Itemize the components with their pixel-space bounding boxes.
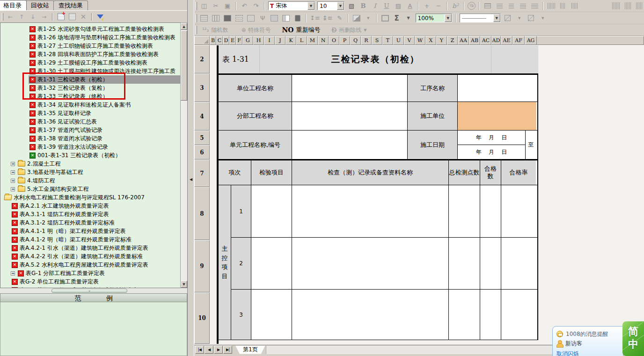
row-spacing-increase-icon[interactable]: ↕≡ — [310, 14, 320, 23]
tree-item[interactable]: ✕表1-29 土工膜铺设工序施工质量验收检测表 — [0, 58, 180, 67]
column-header-B[interactable]: B — [210, 36, 216, 45]
empty-data-cell[interactable] — [480, 290, 501, 340]
tree-item[interactable]: ✕表A.3.1-1 堤防工程外观质量评定表 — [0, 210, 180, 218]
chevron-down-icon[interactable]: ▼ — [515, 14, 524, 23]
tree-item[interactable]: ✕表1-34 见证取样和送检见证人备案书 — [0, 101, 180, 109]
tree-item[interactable]: ✕表1-27 土工织物铺设工序施工质量验收检测表 — [0, 42, 180, 50]
form-title-cell[interactable]: 三检记录表（初检） — [260, 45, 491, 73]
visitor-label[interactable]: 新访客 — [565, 340, 582, 348]
item-number-cell[interactable]: 3 — [231, 290, 251, 340]
redo-icon[interactable]: ↷ — [251, 1, 261, 11]
ruler-icon[interactable] — [611, 1, 621, 11]
empty-data-cell[interactable] — [501, 185, 536, 237]
empty-data-cell[interactable] — [501, 238, 536, 289]
column-header-S[interactable]: S — [372, 36, 382, 45]
tree-item[interactable]: +✕表G-1 分部工程施工质量评定表 — [0, 269, 180, 277]
align-center-icon[interactable] — [506, 1, 516, 11]
column-header-L[interactable]: L — [296, 36, 307, 45]
column-header-AC[interactable]: AC — [480, 36, 491, 45]
vertical-text-right-icon[interactable] — [570, 1, 579, 11]
tree-item[interactable]: ✕表A.4.2-2 引水（渠道）建筑物工程外观质量标准 — [0, 252, 180, 261]
tree-item[interactable]: ✕表1-39 管道注水法试验记录 — [0, 143, 180, 151]
paste-icon[interactable]: ▣ — [223, 1, 232, 11]
tree-item[interactable]: ✕表1-33 三检记录表（终检） — [0, 92, 180, 101]
tree-item[interactable]: ✕表1-25 水泥砂浆勾缝单元工程施工质量验收检测表 — [0, 25, 180, 33]
chevron-down-icon[interactable]: ▼ — [337, 2, 344, 10]
column-header-Y[interactable]: Y — [436, 36, 447, 45]
frame-icon[interactable] — [381, 14, 390, 23]
align-justify-icon[interactable] — [530, 1, 539, 11]
line-style-select[interactable]: ▼ — [460, 14, 501, 22]
column-header-P[interactable]: P — [339, 36, 350, 45]
row-spacing-decrease-icon[interactable]: ↨≡ — [322, 14, 333, 23]
zoom-select[interactable]: 100% ▼ — [416, 14, 452, 22]
tree-item[interactable]: ✕表A.4.2-1 引水（渠道）建筑物工程外观质量评定表 — [0, 244, 180, 252]
division-project-label-cell[interactable]: 分部工程名称 — [219, 102, 292, 130]
random-number-button[interactable]: 随机数 — [211, 26, 228, 34]
empty-data-cell[interactable] — [251, 185, 292, 237]
fill-table-icon[interactable] — [223, 14, 232, 23]
column-header-J[interactable]: J — [275, 36, 285, 45]
empty-data-cell[interactable] — [501, 290, 536, 340]
shading-color-icon[interactable] — [527, 14, 536, 23]
move-left-icon[interactable]: ← — [6, 13, 15, 21]
item-number-cell[interactable]: 2 — [231, 238, 251, 289]
column-header-H[interactable]: H — [253, 36, 264, 45]
collapse-panel-icon[interactable]: ◀ — [189, 173, 193, 185]
font-color-button[interactable]: A — [405, 1, 415, 11]
empty-data-cell[interactable] — [251, 238, 292, 289]
column-header-AB[interactable]: AB — [469, 36, 480, 45]
shade-cell-icon[interactable] — [270, 14, 279, 23]
column-header-G[interactable]: G — [242, 36, 253, 45]
tree-item[interactable]: ✕表1-37 管道闭气试验记录 — [0, 126, 180, 134]
column-header-M[interactable]: M — [307, 36, 318, 45]
grid-header-cell[interactable]: 检验项目 — [251, 160, 292, 185]
tree-item[interactable]: ✕表G-2 单位工程施工质量评定表 — [0, 277, 180, 286]
lock-cell-icon[interactable] — [293, 14, 302, 23]
tree-item[interactable]: ✕表A.4.1-2 明（暗）渠工程外观质量评定标准 — [0, 235, 180, 244]
app-badge-icon[interactable]: 简 中 — [622, 321, 644, 356]
expand-icon[interactable]: + — [11, 162, 15, 166]
tree-item[interactable]: ✕表A.4.1-1 明（暗）渠工程外观质量评定表 — [0, 227, 180, 235]
construction-unit-label-cell[interactable]: 施工单位 — [408, 102, 458, 130]
unit-project-input-cell[interactable] — [292, 75, 408, 102]
undo-icon[interactable]: ↶ — [240, 1, 249, 11]
tree-item[interactable]: ✕表1-32 三检记录表（复检） — [0, 84, 180, 92]
panel-splitter[interactable]: ◀ — [187, 0, 194, 356]
scroll-down-icon[interactable]: ▼ — [181, 281, 187, 288]
tree-item[interactable]: +4.堤防工程 — [0, 176, 180, 185]
sheet-tab-page1[interactable]: 第1页 — [235, 346, 265, 354]
empty-data-cell[interactable] — [480, 185, 501, 237]
row-header-7[interactable]: 7 — [194, 160, 210, 187]
prev-page-icon[interactable]: ◀ — [205, 346, 213, 354]
chevron-down-icon[interactable]: ▼ — [445, 14, 452, 22]
delete-icon[interactable]: ✕ — [79, 13, 88, 21]
tree-item[interactable]: ✕表1-28 回填和表面防护工序施工质量验收检测表 — [0, 50, 180, 58]
superscript-button[interactable]: b² — [451, 1, 460, 11]
tree-item[interactable]: ✕表A.2.1 水工建筑物外观质量评定表 — [0, 202, 180, 210]
font-size-select[interactable]: 10 ▼ — [317, 1, 344, 10]
tree-item[interactable]: +5.水工金属结构安装工程 — [0, 185, 180, 193]
insert-cell-icon[interactable] — [199, 14, 209, 23]
catalog-tab-3[interactable]: 查找结果 — [53, 0, 88, 10]
merge-cell-icon[interactable] — [246, 14, 256, 23]
chevron-down-icon[interactable]: ▼ — [364, 28, 366, 32]
process-name-input-cell[interactable] — [458, 75, 536, 102]
tree-item[interactable]: ✕001-表1-31 三检记录表（初检） — [0, 151, 180, 160]
construction-date-label-cell[interactable]: 施工日期 — [408, 131, 458, 159]
split-cell-icon[interactable] — [234, 14, 244, 23]
picture-icon[interactable] — [352, 14, 361, 23]
chevron-down-icon[interactable]: ▼ — [538, 14, 548, 23]
row-header-3[interactable]: 3 — [194, 73, 210, 102]
ruler-icon[interactable] — [623, 1, 632, 11]
tree-item[interactable]: ✕表1-36 见证试验汇总表 — [0, 117, 180, 126]
scrollbar-thumb[interactable]: ⌄ — [51, 289, 127, 293]
row-header-6[interactable]: 6 — [194, 145, 210, 160]
tree-item[interactable]: ✕表1-31 三检记录表（初检） — [0, 75, 180, 84]
cut-icon[interactable]: ✂ — [211, 1, 220, 11]
row-header-5[interactable]: 5 — [194, 131, 210, 145]
tree-item[interactable]: +3.地基处理与基础工程 — [0, 168, 180, 176]
copy-icon[interactable]: ◫ — [199, 1, 209, 11]
empty-data-cell[interactable] — [292, 290, 449, 340]
border-color-icon[interactable] — [503, 14, 512, 23]
